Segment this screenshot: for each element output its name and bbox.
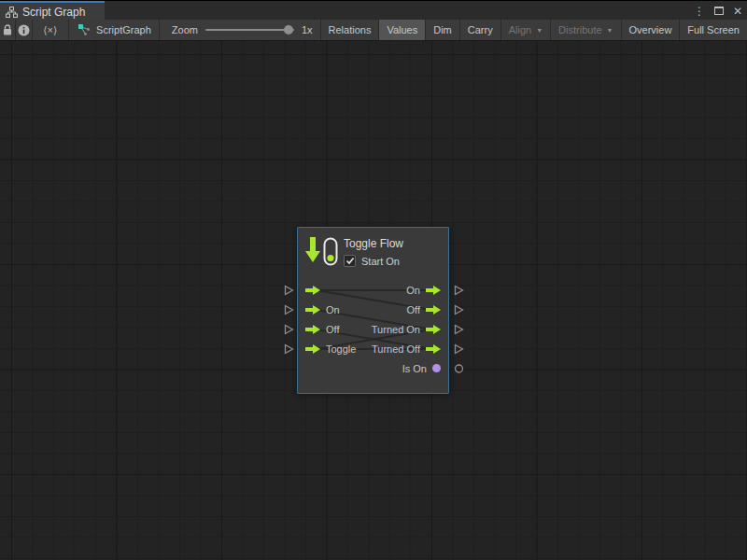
- full-screen-button-label: Full Screen: [687, 24, 740, 35]
- output-port-on[interactable]: On: [406, 280, 441, 300]
- toggle-flow-icon: [304, 235, 338, 269]
- values-button[interactable]: Values: [379, 20, 426, 40]
- chevron-down-icon: ▼: [607, 27, 613, 34]
- window-controls: ⋮ ✕: [694, 1, 742, 21]
- overview-button-label: Overview: [629, 24, 672, 35]
- external-flow-port[interactable]: [284, 285, 294, 296]
- relations-button-label: Relations: [329, 24, 372, 35]
- start-on-setting: Start On: [344, 255, 403, 267]
- zoom-value: 1x: [302, 24, 313, 35]
- code-view-button[interactable]: ⟨×⟩: [33, 20, 70, 40]
- external-flow-port[interactable]: [284, 343, 294, 355]
- distribute-dropdown[interactable]: Distribute ▼: [551, 20, 621, 40]
- info-button[interactable]: [16, 20, 32, 40]
- port-label: Off: [326, 324, 339, 335]
- output-port-turned-off[interactable]: Turned Off: [372, 339, 441, 358]
- tab-label: Script Graph: [22, 6, 85, 19]
- zoom-slider[interactable]: [205, 29, 294, 31]
- node-titleblock: Toggle Flow Start On: [344, 235, 403, 269]
- port-row: On Off: [298, 300, 448, 319]
- close-icon[interactable]: ✕: [733, 6, 742, 17]
- port-row: Is On: [298, 358, 448, 378]
- flow-port-icon: [426, 286, 441, 295]
- input-port-on[interactable]: On: [305, 300, 340, 319]
- start-on-checkbox[interactable]: [344, 255, 356, 267]
- port-label: On: [326, 304, 340, 315]
- titlebar: Script Graph ⋮ ✕: [0, 0, 747, 20]
- input-port-enter[interactable]: [305, 280, 326, 300]
- maximize-icon[interactable]: [714, 7, 724, 15]
- flow-port-icon: [305, 305, 320, 315]
- port-label: On: [406, 285, 420, 296]
- kebab-menu-icon[interactable]: ⋮: [694, 6, 705, 17]
- align-dropdown-label: Align: [509, 24, 531, 35]
- dim-button[interactable]: Dim: [426, 20, 460, 40]
- external-flow-port[interactable]: [454, 304, 464, 315]
- dim-button-label: Dim: [433, 24, 452, 35]
- external-flow-port[interactable]: [454, 343, 464, 355]
- code-icon: ⟨×⟩: [43, 24, 57, 36]
- external-flow-port[interactable]: [284, 304, 294, 315]
- port-label: Turned Off: [372, 343, 420, 355]
- zoom-label: Zoom: [172, 24, 198, 35]
- flow-port-icon: [305, 344, 320, 354]
- node-toggle-flow[interactable]: Toggle Flow Start On: [297, 227, 449, 394]
- output-port-is-on[interactable]: Is On: [402, 358, 441, 378]
- port-row: On: [298, 280, 448, 300]
- distribute-dropdown-label: Distribute: [558, 24, 601, 35]
- output-port-turned-on[interactable]: Turned On: [372, 319, 441, 339]
- full-screen-button[interactable]: Full Screen: [680, 20, 747, 40]
- flow-port-icon: [305, 325, 320, 334]
- align-dropdown[interactable]: Align ▼: [501, 20, 551, 40]
- overview-button[interactable]: Overview: [622, 20, 681, 40]
- input-port-off[interactable]: Off: [305, 319, 339, 339]
- flow-port-icon: [426, 325, 441, 334]
- lock-icon: [2, 24, 13, 36]
- port-label: Toggle: [326, 343, 356, 355]
- port-label: Turned On: [372, 324, 420, 335]
- script-graph-icon: [78, 23, 91, 36]
- carry-button-label: Carry: [468, 24, 493, 35]
- port-label: Is On: [402, 363, 427, 374]
- lock-button[interactable]: [0, 20, 16, 40]
- breadcrumb[interactable]: ScriptGraph: [69, 20, 160, 40]
- tab-script-graph[interactable]: Script Graph: [0, 1, 105, 21]
- port-label: Off: [407, 304, 420, 315]
- zoom-slider-handle[interactable]: [284, 25, 293, 35]
- zoom-control-group: Zoom 1x: [160, 20, 321, 40]
- graph-canvas[interactable]: Toggle Flow Start On: [0, 41, 747, 560]
- script-graph-window: Script Graph ⋮ ✕ ⟨×⟩: [0, 0, 747, 560]
- breadcrumb-label: ScriptGraph: [96, 24, 151, 35]
- values-button-label: Values: [387, 24, 417, 35]
- port-row: Off Turned On: [298, 319, 448, 339]
- graph-toolbar: ⟨×⟩ ScriptGraph Zoom 1x Relations Values: [0, 20, 747, 41]
- input-port-toggle[interactable]: Toggle: [305, 339, 356, 358]
- value-port-icon: [432, 364, 441, 372]
- flow-port-icon: [305, 286, 320, 295]
- chevron-down-icon: ▼: [536, 27, 543, 34]
- external-flow-port[interactable]: [454, 285, 464, 296]
- relations-button[interactable]: Relations: [321, 20, 380, 40]
- graph-hierarchy-icon: [6, 7, 18, 18]
- start-on-label: Start On: [361, 256, 400, 267]
- external-value-port[interactable]: [454, 363, 464, 374]
- output-port-off[interactable]: Off: [407, 300, 441, 319]
- external-flow-port[interactable]: [284, 324, 294, 335]
- carry-button[interactable]: Carry: [460, 20, 501, 40]
- flow-port-icon: [426, 344, 441, 354]
- port-row: Toggle Turned Off: [298, 339, 448, 358]
- external-flow-port[interactable]: [454, 324, 464, 335]
- check-icon: [345, 257, 355, 265]
- info-icon: [18, 24, 30, 36]
- flow-port-icon: [426, 305, 441, 315]
- node-header: Toggle Flow Start On: [304, 235, 444, 269]
- node-title: Toggle Flow: [344, 237, 403, 251]
